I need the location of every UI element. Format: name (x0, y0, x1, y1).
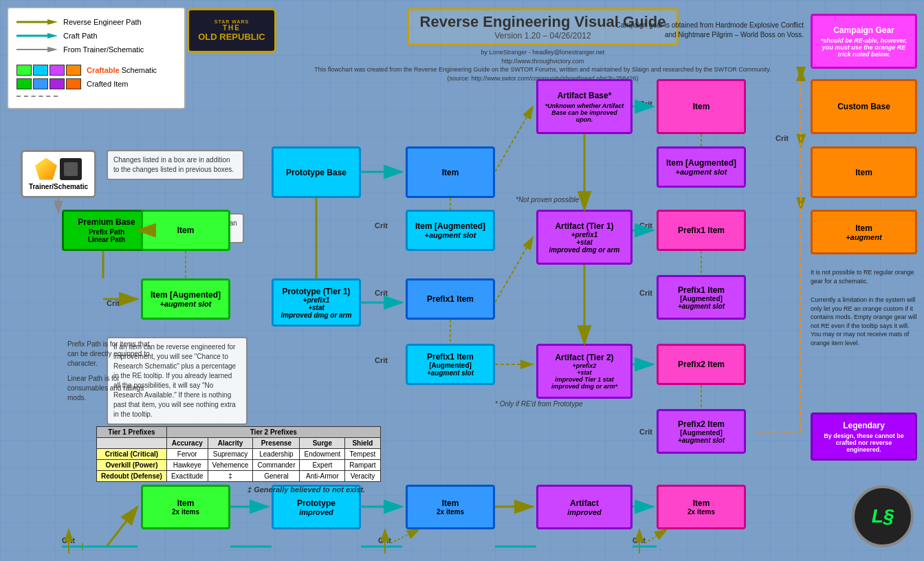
row1-alac: Supremacy (208, 449, 253, 460)
col4-header: Presense (253, 438, 300, 449)
legend-craft-row: Craft Path (16, 30, 176, 41)
row3-surge: Anti-Armor (300, 471, 345, 482)
ls-logo: L§ (852, 485, 914, 547)
artifact-base-box: Artifact Base* *Unknown whether Artifact… (536, 79, 632, 134)
row1-pres: Leadership (253, 449, 300, 460)
craft-arrow-legend (16, 30, 58, 41)
item-purple1-box: Item (657, 79, 746, 134)
item-bottom-green-box: Item 2x items (141, 485, 230, 529)
legend-trainer-row: From Trainer/Schematic (16, 44, 176, 55)
crit-label-11: Crit (378, 536, 391, 544)
row3-pres: General (253, 471, 300, 482)
legend-craftable-row: Craftable Schematic (16, 65, 176, 76)
crafted-swatch-purple (50, 78, 65, 89)
col6-header: Shield (345, 438, 380, 449)
prefix1-item-purple-box: Prefix1 Item (657, 210, 746, 251)
dark-icon (60, 158, 82, 180)
artifact-bottom-box: Artifact improved (536, 485, 632, 529)
only-prototype-note: * Only if RE'd from Prototype (495, 400, 583, 408)
svg-line-42 (645, 529, 667, 543)
craft-label: Craft Path (63, 32, 98, 40)
dark-icon-inner (64, 162, 78, 176)
re-label: Reverse Engineer Path (63, 18, 142, 26)
prefix-table: Tier 1 Prefixes Tier 2 Prefixes Accuracy… (96, 426, 381, 482)
craftable-swatch-cyan (33, 65, 48, 76)
crit-label-8: Crit (107, 299, 120, 307)
dashed-label (63, 92, 65, 100)
row1-shield: Tempest (345, 449, 380, 460)
credits: by LoneStranger - headley@lonestranger.n… (282, 48, 804, 82)
the-old-text: THE (223, 24, 241, 32)
svg-line-20 (495, 107, 533, 172)
prefix-path-label: Prefix Path (89, 228, 124, 236)
crit-label-3: Crit (375, 356, 388, 364)
crit-label-4: Crit (639, 100, 652, 108)
prototype-base-box: Prototype Base (272, 146, 361, 198)
table-row: Critical (Critical) Fervor Supremacy Lea… (97, 449, 381, 460)
crit-label-2: Crit (375, 289, 388, 297)
crafted-swatch-blue (33, 78, 48, 89)
legend-box: Reverse Engineer Path Craft Path From Tr… (7, 7, 186, 109)
custom-base-box: Custom Base (811, 79, 917, 134)
old-republic-text: OLD REPUBLIC (198, 32, 265, 42)
not-proven-note: *Not proven possible (516, 196, 579, 204)
crit-label-6: Crit (639, 289, 652, 297)
crit-label-5: Crit (639, 221, 652, 230)
table-row: Redoubt (Defense) Exactitude ‡ General A… (97, 471, 381, 482)
item-blue1-box: Item (406, 146, 495, 198)
row1-acc: Fervor (166, 449, 208, 460)
crit-label-9: Crit (776, 134, 789, 142)
row2-pres: Commander (253, 460, 300, 471)
legendary-box: Legendary By design, these cannot be cra… (811, 412, 917, 461)
trainer-label: From Trainer/Schematic (63, 45, 144, 54)
prefix2-item-box: Prefix2 Item (657, 344, 746, 385)
col3-header: Alacrity (208, 438, 253, 449)
campaign-note: Campaign gear is obtained from Hardmode … (611, 21, 804, 40)
prefix2-item-aug-box: Prefix2 Item [Augmented] +augment slot (657, 409, 746, 454)
crit-label-1: Crit (375, 221, 388, 230)
trainer-label: Trainer/Schematic (29, 183, 88, 190)
crit-label-12: Crit (632, 536, 646, 544)
artifact-tier2-box: Artifact (Tier 2) +prefix2 +stat improve… (536, 344, 632, 399)
svg-marker-5 (47, 47, 58, 52)
table-header-row: Tier 1 Prefixes Tier 2 Prefixes (97, 427, 381, 438)
svg-marker-1 (47, 19, 58, 25)
row1-tier1: Critical (Critical) (97, 449, 167, 460)
premium-base-box: Premium Base Prefix Path Linear Path (62, 210, 151, 251)
table-row: Overkill (Power) Hawkeye Vehemence Comma… (97, 460, 381, 471)
item-augmented-blue-box: Item [Augmented] +augment slot (406, 210, 495, 251)
swtor-logo: STAR WARS THE OLD REPUBLIC (187, 8, 276, 53)
prefix1-item-blue-box: Prefix1 Item (406, 278, 495, 320)
trainer-icons (35, 158, 82, 180)
svg-line-36 (107, 507, 138, 547)
item-green-box: Item (141, 210, 230, 251)
artifact-tier1-box: Artifact (Tier 1) +prefix1 +stat improve… (536, 210, 632, 265)
campaign-gear-box: Campaign Gear *should be RE-able, howeve… (811, 14, 917, 69)
craftable-swatch-orange (66, 65, 81, 76)
row3-alac: ‡ (208, 471, 253, 482)
trainer-arrow-legend (16, 44, 58, 55)
svg-line-29 (495, 237, 533, 302)
item-orange-aug-box: Item +augment (811, 210, 917, 254)
svg-marker-3 (47, 33, 58, 38)
item-augmented-purple-box: Item [Augmented] +augment slot (657, 146, 746, 188)
legend-re-row: Reverse Engineer Path (16, 16, 176, 28)
col1-header: Tier 1 Prefixes (97, 427, 167, 438)
row2-alac: Vehemence (208, 460, 253, 471)
prototype-tier1-box: Prototype (Tier 1) +prefix1 +stat improv… (272, 278, 361, 327)
re-arrow-legend (16, 16, 58, 28)
row3-tier1: Redoubt (Defense) (97, 471, 167, 482)
legend-dashed-row (16, 92, 176, 100)
orange-re-note: It is not possible to RE regular orange … (811, 268, 917, 285)
item-bottom-blue-box: Item 2x items (406, 485, 495, 529)
gem-icon (35, 158, 57, 180)
col2-header: Accuracy (166, 438, 208, 449)
table-subheader-row: Accuracy Alacrity Presense Surge Shield (97, 438, 381, 449)
path-notes: Prefix Path is for items that can be dir… (62, 336, 165, 407)
italic-note: ‡ Generally believed to not exist. (248, 485, 365, 494)
row3-shield: Veracity (345, 471, 380, 482)
changes-note: Changes listed in a box are in addition … (107, 150, 244, 180)
dashed-swatch (16, 96, 58, 97)
star-wars-text: STAR WARS (214, 19, 249, 24)
row2-tier1: Overkill (Power) (97, 460, 167, 471)
